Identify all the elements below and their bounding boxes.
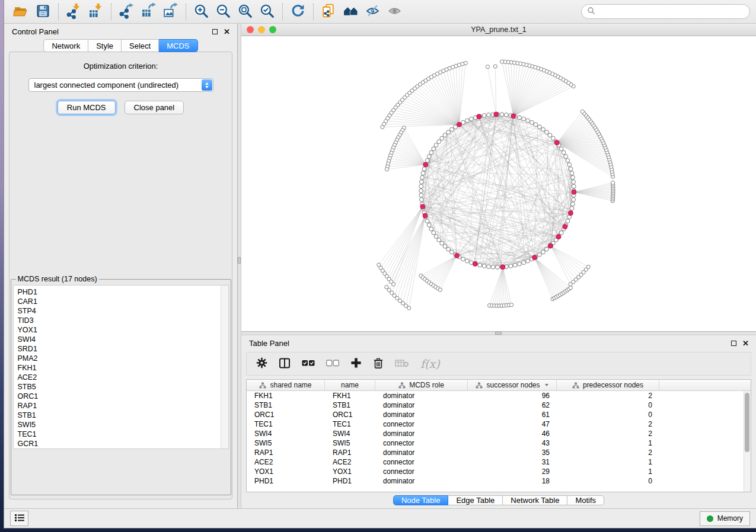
maximize-window-icon[interactable]	[269, 26, 276, 33]
result-item[interactable]: RAP1	[18, 401, 221, 411]
result-item[interactable]: ACE2	[18, 373, 221, 382]
refresh-button[interactable]	[287, 2, 309, 21]
result-item[interactable]: TEC1	[18, 430, 221, 439]
function-builder-button[interactable]: f(x)	[420, 357, 440, 370]
tab-select[interactable]: Select	[122, 39, 159, 52]
home-view-button[interactable]	[340, 2, 362, 21]
delete-row-button[interactable]	[373, 357, 384, 371]
column-header-MCDS-role[interactable]: MCDS role	[375, 380, 468, 390]
table-cell: 1	[557, 458, 659, 466]
tab-node-table[interactable]: Node Table	[393, 495, 449, 505]
zoom-out-button[interactable]	[212, 2, 234, 21]
save-session-button[interactable]	[32, 2, 54, 21]
column-header-successor-nodes[interactable]: successor nodes	[468, 380, 557, 390]
close-panel-button[interactable]: Close panel	[125, 101, 184, 114]
import-network-button[interactable]	[63, 2, 85, 21]
table-row[interactable]: SWI4SWI4dominator462	[247, 429, 751, 438]
table-row[interactable]: RAP1RAP1dominator352	[247, 448, 751, 457]
result-item[interactable]: SWI4	[18, 335, 221, 344]
zoom-selected-button[interactable]	[256, 2, 278, 21]
float-panel-icon[interactable]	[212, 29, 218, 34]
splitter-handle[interactable]	[238, 257, 241, 264]
import-table-button[interactable]	[85, 2, 107, 21]
table-scrollbar[interactable]	[744, 391, 751, 492]
vertical-splitter[interactable]	[237, 24, 241, 508]
tab-style[interactable]: Style	[88, 39, 122, 52]
tab-network-table[interactable]: Network Table	[503, 495, 567, 505]
result-item[interactable]: YOX1	[18, 325, 221, 335]
export-table-button[interactable]	[138, 2, 160, 21]
result-item[interactable]: STP4	[18, 306, 221, 316]
result-item[interactable]: FKH1	[18, 363, 221, 373]
table-row[interactable]: ACE2ACE2connector311	[247, 457, 751, 467]
zoom-in-button[interactable]	[190, 2, 212, 21]
toolbar-divider	[282, 4, 283, 20]
add-row-button[interactable]	[350, 357, 362, 370]
tab-edge-table[interactable]: Edge Table	[448, 495, 503, 505]
float-panel-icon[interactable]	[731, 341, 736, 346]
table-row[interactable]: FKH1FKH1dominator962	[247, 391, 751, 400]
result-item[interactable]: SRD1	[18, 344, 221, 354]
result-item[interactable]: CAR1	[18, 297, 221, 306]
result-item[interactable]: PHD1	[18, 287, 221, 297]
memory-button[interactable]: Memory	[700, 511, 750, 526]
zoom-fit-button[interactable]	[234, 2, 256, 21]
run-mcds-button[interactable]: Run MCDS	[58, 101, 116, 114]
close-window-icon[interactable]	[247, 26, 254, 33]
hide-selected-button[interactable]	[362, 2, 384, 21]
table-row[interactable]: SWI5SWI5connector431	[247, 438, 751, 448]
sort-caret-icon[interactable]	[545, 384, 548, 386]
tab-mcds[interactable]: MCDS	[159, 39, 197, 52]
table-row[interactable]: TEC1TEC1connector472	[247, 419, 751, 429]
table-cell: SWI5	[247, 439, 325, 447]
result-item[interactable]: SWI5	[18, 420, 221, 430]
table-row[interactable]: YOX1YOX1connector291	[247, 467, 751, 476]
main-toolbar	[4, 0, 756, 24]
export-network-button[interactable]	[116, 2, 138, 21]
column-header-predecessor-nodes[interactable]: predecessor nodes	[557, 380, 659, 390]
export-image-button[interactable]	[160, 2, 181, 21]
search-input[interactable]	[598, 7, 744, 17]
table-cell: 61	[468, 411, 557, 419]
table-row[interactable]: STB1STB1dominator620	[247, 400, 751, 410]
clone-network-button[interactable]	[318, 2, 340, 21]
table-cell: ACE2	[247, 458, 325, 466]
network-canvas[interactable]	[241, 36, 756, 331]
select-all-rows-button[interactable]	[302, 360, 315, 368]
column-header-shared-name[interactable]: shared name	[247, 380, 325, 390]
result-item[interactable]: STB1	[18, 411, 221, 420]
table-cell: RAP1	[325, 448, 375, 457]
result-list-scrollbar[interactable]	[221, 286, 228, 448]
task-history-button[interactable]	[10, 511, 28, 526]
network-graph[interactable]	[241, 36, 756, 331]
result-item[interactable]: STB5	[18, 382, 221, 392]
deselect-all-rows-button[interactable]	[326, 360, 339, 368]
table-cell: SWI4	[325, 430, 375, 438]
result-item[interactable]: ORC1	[18, 392, 221, 401]
minimize-window-icon[interactable]	[258, 26, 265, 33]
criterion-value: largest connected component (undirected)	[34, 81, 179, 89]
mcds-result-list[interactable]: PHD1CAR1STP4TID3YOX1SWI4SRD1PMA2FKH1ACE2…	[14, 286, 221, 448]
scrollbar-thumb[interactable]	[745, 393, 749, 452]
close-panel-icon[interactable]: ✕	[742, 339, 749, 347]
show-all-button[interactable]	[384, 2, 406, 21]
table-settings-button[interactable]	[256, 357, 267, 370]
table-cell: PHD1	[247, 477, 325, 485]
close-panel-icon[interactable]: ✕	[224, 28, 230, 36]
splitter-handle[interactable]	[495, 332, 502, 335]
result-item[interactable]: GCR1	[18, 439, 221, 448]
open-session-button[interactable]	[10, 2, 32, 21]
result-item[interactable]: TID3	[18, 316, 221, 325]
table-cell: connector	[375, 467, 468, 476]
sitemap-icon	[476, 382, 483, 389]
result-item[interactable]: PMA2	[18, 354, 221, 363]
show-columns-button[interactable]	[279, 357, 291, 371]
column-header-name[interactable]: name	[325, 380, 375, 390]
tab-motifs[interactable]: Motifs	[567, 495, 604, 505]
table-row[interactable]: ORC1ORC1dominator610	[247, 410, 751, 419]
delete-table-button[interactable]	[395, 358, 409, 370]
criterion-select[interactable]: largest connected component (undirected)	[28, 78, 213, 92]
horizontal-splitter[interactable]	[241, 331, 756, 335]
table-row[interactable]: PHD1PHD1dominator180	[247, 476, 751, 486]
tab-network[interactable]: Network	[43, 39, 88, 52]
